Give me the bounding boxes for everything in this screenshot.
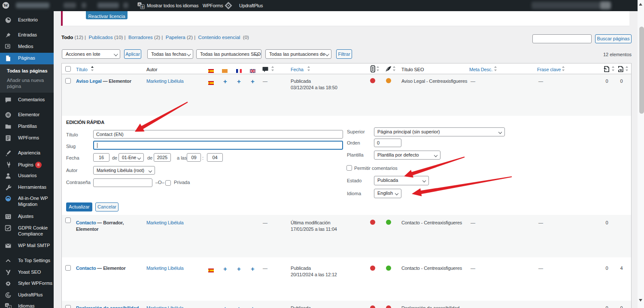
svg-text:✻: ✻ [141,5,144,9]
svg-text:W: W [3,3,8,8]
